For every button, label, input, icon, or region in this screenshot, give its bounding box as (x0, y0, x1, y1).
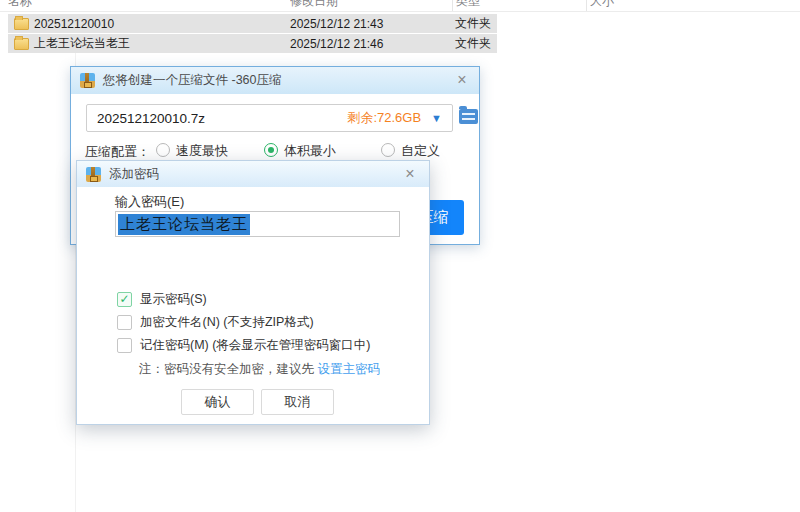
password-dialog-titlebar[interactable]: 添加密码 (77, 161, 429, 187)
password-input[interactable]: 上老王论坛当老王 (115, 211, 400, 237)
file-row-1[interactable]: 202512120010 2025/12/12 21:43 文件夹 (8, 14, 497, 33)
password-dialog: 添加密码 × 输入密码(E) 上老王论坛当老王 ✓ 显示密码(S) 加密文件名(… (76, 160, 430, 425)
folder-icon (14, 38, 29, 50)
file-name: 202512120010 (34, 17, 114, 31)
config-label: 压缩配置： (85, 143, 150, 161)
cancel-button[interactable]: 取消 (261, 389, 334, 415)
column-separator[interactable] (586, 0, 587, 11)
radio-fastest[interactable] (156, 143, 170, 157)
radio-smallest-label[interactable]: 体积最小 (284, 142, 336, 160)
remember-password-row[interactable]: 记住密码(M) (将会显示在管理密码窗口中) (117, 337, 371, 353)
file-date: 2025/12/12 21:43 (290, 17, 383, 31)
chevron-down-icon[interactable]: ▼ (431, 112, 442, 124)
archive-filename-value: 202512120010.7z (97, 111, 347, 126)
security-note: 注：密码没有安全加密，建议先 设置主密码 (139, 361, 380, 378)
compress-dialog-titlebar[interactable]: 您将创建一个压缩文件 -360压缩 (71, 67, 479, 94)
folder-icon (14, 18, 29, 30)
password-selected-text: 上老王论坛当老王 (118, 214, 250, 235)
close-icon[interactable]: × (453, 71, 471, 89)
security-note-text: 注：密码没有安全加密，建议先 (139, 362, 317, 376)
header-divider (0, 11, 800, 12)
show-password-label: 显示密码(S) (140, 291, 207, 308)
encrypt-filename-label: 加密文件名(N) (不支持ZIP格式) (140, 314, 314, 331)
file-name: 上老王论坛当老王 (34, 35, 130, 52)
column-separator[interactable] (452, 0, 453, 11)
column-header-type[interactable]: 类型 (456, 0, 536, 10)
file-date: 2025/12/12 21:46 (290, 37, 383, 51)
encrypt-filename-row[interactable]: 加密文件名(N) (不支持ZIP格式) (117, 314, 314, 330)
browse-folder-icon[interactable] (459, 109, 478, 124)
show-password-row[interactable]: ✓ 显示密码(S) (117, 291, 207, 307)
file-row-2[interactable]: 上老王论坛当老王 2025/12/12 21:46 文件夹 (8, 34, 497, 53)
remember-password-label: 记住密码(M) (将会显示在管理密码窗口中) (140, 337, 371, 354)
column-header-date[interactable]: 修改日期 (290, 0, 410, 10)
checkbox-checked-icon[interactable]: ✓ (117, 292, 132, 307)
checkbox-unchecked-icon[interactable] (117, 315, 132, 330)
360zip-app-icon (86, 167, 101, 182)
checkbox-unchecked-icon[interactable] (117, 338, 132, 353)
screen: 名称 修改日期 类型 大小 202512120010 2025/12/12 21… (0, 0, 800, 512)
360zip-app-icon (80, 73, 95, 88)
password-dialog-title: 添加密码 (109, 166, 159, 183)
free-space-label: 剩余:72.6GB (347, 109, 421, 127)
radio-custom-label[interactable]: 自定义 (401, 142, 440, 160)
file-type: 文件夹 (455, 15, 491, 32)
set-master-password-link[interactable]: 设置主密码 (317, 362, 380, 376)
close-icon[interactable]: × (401, 165, 419, 183)
file-type: 文件夹 (455, 35, 491, 52)
archive-filename-input[interactable]: 202512120010.7z 剩余:72.6GB ▼ (86, 104, 453, 132)
compress-dialog-title: 您将创建一个压缩文件 -360压缩 (103, 72, 282, 89)
password-label: 输入密码(E) (115, 193, 184, 211)
column-header-size[interactable]: 大小 (590, 0, 670, 10)
radio-custom[interactable] (381, 143, 395, 157)
confirm-button[interactable]: 确认 (181, 389, 254, 415)
column-header-name[interactable]: 名称 (8, 0, 128, 10)
radio-fastest-label[interactable]: 速度最快 (176, 142, 228, 160)
radio-smallest[interactable] (264, 143, 278, 157)
